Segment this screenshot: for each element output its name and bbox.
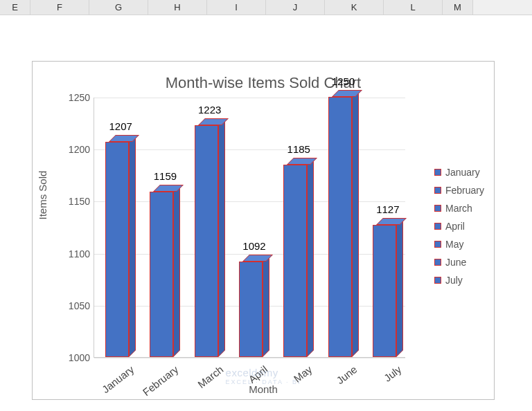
y-axis-label[interactable]: Items Sold [37, 171, 48, 220]
bar-front [328, 97, 352, 357]
bar-front [239, 262, 263, 357]
legend-item[interactable]: February [434, 185, 484, 196]
chart-legend[interactable]: JanuaryFebruaryMarchAprilMayJuneJuly [434, 167, 484, 293]
gridline [94, 358, 405, 358]
column-headers: E F G H I J K L M [0, 0, 532, 15]
col-header[interactable]: L [384, 0, 443, 15]
legend-swatch [434, 169, 441, 176]
x-tick-label: February [130, 363, 181, 407]
bar[interactable]: 1092 [239, 262, 269, 357]
chart-object[interactable]: Month-wise Items Sold Chart Items Sold 1… [32, 61, 495, 400]
data-label[interactable]: 1092 [233, 240, 275, 252]
bar-side-face [129, 135, 136, 357]
bar[interactable]: 1127 [373, 225, 403, 357]
bar[interactable]: 1185 [283, 165, 314, 357]
x-tick-label: July [353, 363, 404, 407]
data-label[interactable]: 1207 [100, 120, 141, 132]
x-tick-label: March [175, 363, 226, 407]
legend-item[interactable]: May [434, 239, 484, 250]
data-label[interactable]: 1185 [278, 143, 319, 155]
col-header[interactable]: G [89, 0, 148, 15]
col-header[interactable]: J [266, 0, 325, 15]
bar-front [105, 142, 129, 357]
bar[interactable]: 1159 [150, 192, 180, 357]
legend-label: March [445, 203, 472, 214]
col-header[interactable]: M [443, 0, 473, 15]
legend-label: June [445, 257, 466, 268]
legend-swatch [434, 205, 441, 212]
bar-front [150, 192, 173, 357]
plot-area[interactable]: 1000105011001150120012501207January1159F… [94, 98, 405, 358]
bar-side-face [263, 255, 269, 357]
y-tick-label: 1100 [64, 248, 90, 259]
legend-swatch [434, 187, 441, 194]
bar[interactable]: 1207 [105, 142, 136, 357]
legend-label: July [445, 275, 463, 286]
bar-side-face [218, 118, 225, 357]
legend-item[interactable]: January [434, 167, 484, 178]
x-tick-label: June [308, 363, 360, 407]
col-header[interactable]: E [0, 0, 30, 15]
legend-swatch [434, 241, 441, 248]
legend-label: May [445, 239, 463, 250]
legend-label: April [445, 221, 465, 232]
bar[interactable]: 1250 [328, 97, 359, 357]
legend-item[interactable]: April [434, 221, 484, 232]
legend-label: February [445, 185, 484, 196]
col-header[interactable]: F [30, 0, 89, 15]
bar-side-face [173, 185, 180, 357]
x-tick-label: January [85, 363, 136, 407]
bar-side-face [352, 90, 359, 357]
data-label[interactable]: 1250 [323, 75, 364, 87]
y-tick-label: 1200 [64, 144, 90, 155]
y-tick-label: 1150 [64, 196, 90, 207]
legend-swatch [434, 259, 441, 266]
y-tick-label: 1250 [64, 92, 90, 103]
legend-swatch [434, 277, 441, 284]
legend-item[interactable]: July [434, 275, 484, 286]
data-label[interactable]: 1159 [144, 170, 186, 182]
data-label[interactable]: 1127 [367, 203, 409, 215]
legend-label: January [445, 167, 480, 178]
legend-swatch [434, 223, 441, 230]
bar-front [195, 125, 218, 357]
bar[interactable]: 1223 [195, 125, 225, 357]
data-label[interactable]: 1223 [189, 104, 231, 116]
col-header[interactable]: K [325, 0, 384, 15]
bar-front [373, 225, 396, 357]
col-header[interactable]: H [148, 0, 207, 15]
y-tick-label: 1000 [64, 352, 90, 363]
worksheet[interactable]: Month-wise Items Sold Chart Items Sold 1… [0, 15, 532, 411]
chart-title[interactable]: Month-wise Items Sold Chart [33, 62, 494, 92]
legend-item[interactable]: March [434, 203, 484, 214]
col-header[interactable]: I [207, 0, 266, 15]
legend-item[interactable]: June [434, 257, 484, 268]
bar-side-face [307, 158, 314, 357]
y-tick-label: 1050 [64, 300, 90, 311]
bar-front [283, 165, 307, 357]
x-axis-label[interactable]: Month [249, 383, 278, 395]
bar-side-face [396, 218, 403, 357]
